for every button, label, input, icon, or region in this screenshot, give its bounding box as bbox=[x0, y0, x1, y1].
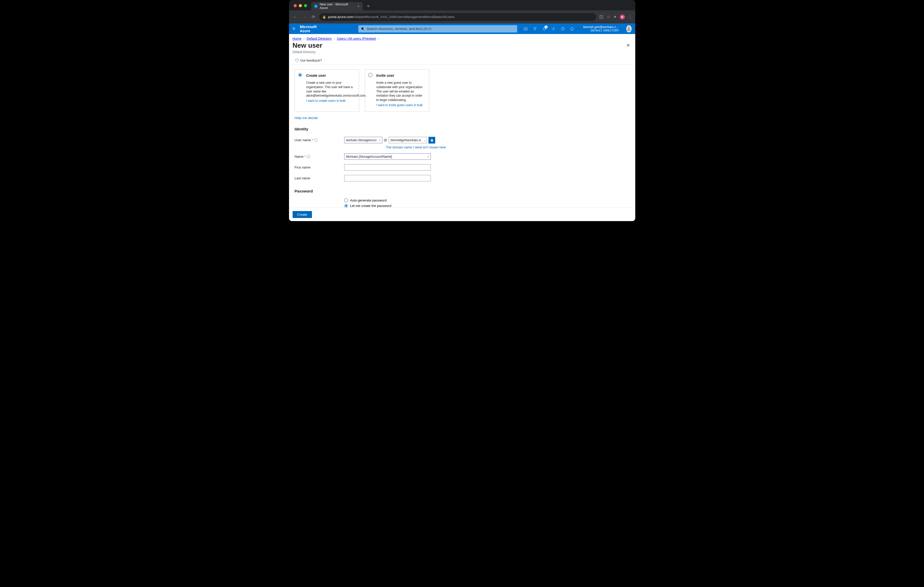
auto-password-radio[interactable]: Auto-generate password bbox=[344, 199, 630, 202]
address-bar[interactable]: 🔒 portal.azure.com/#blade/Microsoft_AAD_… bbox=[319, 13, 596, 21]
create-user-desc: Create a new user in your organization. … bbox=[306, 81, 355, 98]
new-tab-button[interactable]: + bbox=[365, 2, 372, 10]
invite-user-desc: Invite a new guest user to collaborate w… bbox=[376, 81, 425, 102]
invite-bulk-link[interactable]: I want to invite guest users in bulk bbox=[376, 104, 425, 107]
breadcrumb: Home› Default Directory› Users | All use… bbox=[289, 34, 635, 41]
name-input[interactable] bbox=[344, 153, 431, 160]
notification-badge: 1 bbox=[544, 26, 548, 29]
tab-title: New user - Microsoft Azure bbox=[320, 3, 355, 10]
info-icon[interactable]: i bbox=[307, 155, 310, 158]
create-bulk-link[interactable]: I want to create users in bulk bbox=[306, 99, 355, 102]
invite-user-card[interactable]: Invite user Invite a new guest user to c… bbox=[365, 69, 429, 112]
lastname-label: Last name bbox=[295, 176, 344, 180]
search-input[interactable]: Search resources, services, and docs (G+… bbox=[358, 25, 517, 33]
lock-icon: 🔒 bbox=[322, 15, 326, 19]
close-blade-icon[interactable]: ✕ bbox=[625, 41, 632, 50]
window-min-dot[interactable] bbox=[299, 4, 302, 7]
invite-user-radio[interactable] bbox=[368, 73, 372, 77]
extensions-icon[interactable]: ✦ bbox=[613, 15, 617, 19]
firstname-label: First name bbox=[295, 165, 344, 169]
search-icon bbox=[361, 27, 365, 31]
password-heading: Password bbox=[295, 189, 630, 193]
invite-user-title: Invite user bbox=[376, 74, 425, 77]
brand-label[interactable]: Microsoft Azure bbox=[300, 25, 320, 33]
lastname-input[interactable] bbox=[344, 175, 431, 181]
name-label: Name * i bbox=[295, 155, 344, 158]
window-max-dot[interactable] bbox=[304, 4, 307, 7]
feedback-label: Got feedback? bbox=[300, 59, 322, 62]
browser-tab[interactable]: A New user - Microsoft Azure × bbox=[311, 2, 363, 10]
at-symbol: @ bbox=[384, 138, 387, 142]
svg-rect-2 bbox=[524, 28, 527, 30]
create-user-title: Create user bbox=[306, 74, 355, 77]
crumb-home[interactable]: Home bbox=[293, 36, 302, 41]
star-icon[interactable]: ☆ bbox=[607, 15, 610, 19]
create-user-card[interactable]: Create user Create a new user in your or… bbox=[295, 69, 359, 112]
forward-button[interactable]: → bbox=[301, 14, 308, 20]
svg-point-0 bbox=[362, 28, 363, 30]
svg-rect-7 bbox=[431, 140, 432, 142]
account-directory: DEFAULT DIRECTORY bbox=[583, 29, 619, 32]
svg-point-3 bbox=[553, 28, 554, 30]
url-path: /#blade/Microsoft_AAD_IAM/UsersManagemen… bbox=[353, 15, 455, 19]
copy-button[interactable] bbox=[429, 137, 435, 143]
username-input[interactable] bbox=[344, 137, 382, 143]
search-placeholder: Search resources, services, and docs (G+… bbox=[366, 27, 431, 31]
portal-header: ≡ Microsoft Azure Search resources, serv… bbox=[289, 23, 635, 34]
help-me-decide-link[interactable]: Help me decide bbox=[295, 116, 318, 120]
back-button[interactable]: ← bbox=[292, 14, 298, 20]
profile-badge[interactable]: B bbox=[620, 15, 625, 20]
account-email: bennett.goh@workato.c… bbox=[583, 26, 619, 29]
page-title: New user bbox=[293, 41, 323, 49]
reload-button[interactable]: ⟳ bbox=[311, 13, 316, 20]
azure-favicon: A bbox=[314, 4, 318, 8]
crumb-directory[interactable]: Default Directory bbox=[307, 36, 332, 41]
heart-icon bbox=[295, 58, 299, 62]
svg-point-5 bbox=[571, 27, 574, 30]
manual-password-radio[interactable]: Let me create the password bbox=[344, 204, 630, 208]
domain-select[interactable] bbox=[389, 137, 427, 143]
account-block[interactable]: bennett.goh@workato.c… DEFAULT DIRECTORY bbox=[583, 26, 619, 32]
url-host: portal.azure.com bbox=[328, 15, 353, 19]
notifications-icon[interactable]: 1 bbox=[540, 25, 548, 33]
create-user-radio[interactable] bbox=[298, 73, 302, 77]
help-icon[interactable] bbox=[559, 25, 567, 33]
username-label: User name * i bbox=[295, 138, 344, 142]
close-tab-icon[interactable]: × bbox=[357, 4, 360, 8]
page-subtitle: Default Directory bbox=[289, 50, 635, 56]
feedback-button[interactable]: Got feedback? bbox=[291, 56, 633, 64]
key-icon[interactable]: ⚿ bbox=[599, 15, 604, 19]
svg-line-1 bbox=[363, 29, 364, 30]
filter-icon[interactable] bbox=[531, 25, 539, 33]
domain-not-shown-link[interactable]: The domain name I need isn't shown here bbox=[344, 146, 446, 149]
hamburger-icon[interactable]: ≡ bbox=[293, 26, 295, 31]
feedback-icon[interactable] bbox=[568, 25, 576, 33]
firstname-input[interactable] bbox=[344, 164, 431, 171]
info-icon[interactable]: i bbox=[314, 138, 318, 142]
crumb-users[interactable]: Users | All users (Preview) bbox=[337, 36, 376, 41]
cloud-shell-icon[interactable] bbox=[522, 25, 530, 33]
window-close-dot[interactable] bbox=[294, 4, 297, 7]
svg-point-6 bbox=[628, 27, 630, 29]
identity-heading: Identity bbox=[295, 127, 630, 131]
settings-icon[interactable] bbox=[549, 25, 558, 33]
menu-icon[interactable]: ⋮ bbox=[628, 15, 632, 19]
avatar[interactable] bbox=[626, 25, 631, 33]
create-button[interactable]: Create bbox=[293, 211, 312, 218]
